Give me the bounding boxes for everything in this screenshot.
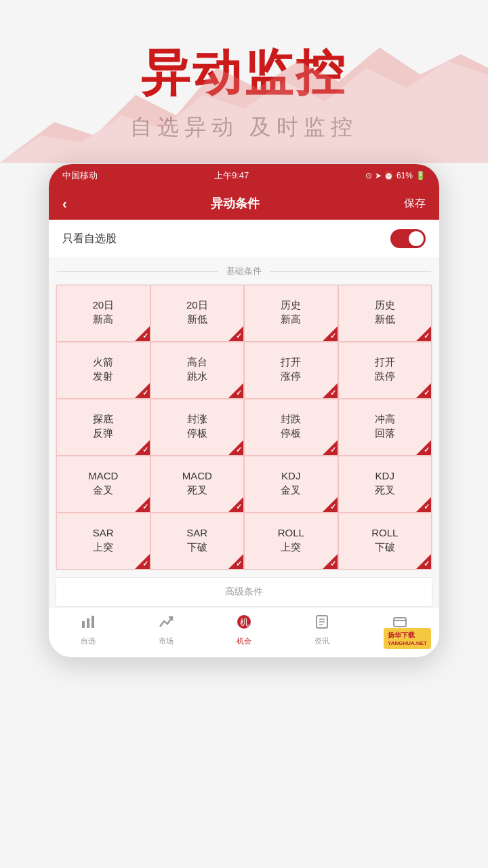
conditions-grid: 20日新高✓20日新低✓历史新高✓历史新低✓火箭发射✓高台跳水✓打开涨停✓打开跌…	[56, 284, 432, 570]
grid-item-12[interactable]: MACD金叉✓	[56, 456, 150, 513]
grid-item-11[interactable]: 冲高回落✓	[338, 399, 432, 456]
grid-item-8[interactable]: 探底反弹✓	[56, 399, 150, 456]
grid-item-13[interactable]: MACD死叉✓	[150, 456, 245, 513]
tab-label-资讯: 资讯	[314, 636, 329, 646]
svg-text:机: 机	[240, 617, 249, 627]
svg-rect-3	[87, 618, 89, 628]
news-icon	[314, 614, 329, 633]
phone-frame: 中国移动 上午9:47 ⊙ ➤ ⏰ 61% 🔋 ‹ 异动条件 保存 只看自选股 …	[47, 163, 441, 658]
grid-item-2[interactable]: 历史新高✓	[244, 285, 338, 342]
grid-item-19[interactable]: ROLL下破✓	[338, 513, 432, 570]
save-button[interactable]: 保存	[404, 197, 426, 211]
tab-资讯[interactable]: 资讯	[283, 614, 361, 646]
tab-bar: 自选市场机机会资讯交易	[49, 607, 439, 657]
battery: ⊙ ➤ ⏰ 61% 🔋	[365, 171, 426, 180]
grid-item-14[interactable]: KDJ金叉✓	[244, 456, 338, 513]
filter-label: 只看自选股	[62, 232, 117, 246]
grid-item-5[interactable]: 高台跳水✓	[150, 342, 245, 399]
filter-row: 只看自选股	[49, 220, 439, 258]
grid-item-18[interactable]: ROLL上突✓	[244, 513, 338, 570]
tab-自选[interactable]: 自选	[49, 614, 127, 646]
grid-item-3[interactable]: 历史新低✓	[338, 285, 432, 342]
banner-section: 异动监控 自选异动 及时监控	[0, 0, 488, 163]
back-button[interactable]: ‹	[62, 196, 67, 212]
fire-icon: 机	[237, 614, 251, 633]
grid-item-10[interactable]: 封跌停板✓	[244, 399, 338, 456]
svg-rect-2	[82, 621, 85, 628]
grid-item-7[interactable]: 打开跌停✓	[338, 342, 432, 399]
tab-label-机会: 机会	[237, 636, 251, 646]
page-title: 异动条件	[211, 195, 260, 212]
time: 上午9:47	[214, 170, 249, 182]
carrier: 中国移动	[62, 170, 98, 182]
grid-item-15[interactable]: KDJ死叉✓	[338, 456, 432, 513]
grid-item-6[interactable]: 打开涨停✓	[244, 342, 338, 399]
grid-item-0[interactable]: 20日新高✓	[56, 285, 150, 342]
trend-up-icon	[159, 614, 174, 633]
svg-rect-4	[92, 616, 94, 628]
watermark: 扬华下载 YANGHUA.NET	[384, 628, 431, 649]
grid-item-1[interactable]: 20日新低✓	[150, 285, 245, 342]
content-area: 只看自选股 基础条件 20日新高✓20日新低✓历史新高✓历史新低✓火箭发射✓高台…	[49, 220, 439, 607]
tab-label-市场: 市场	[159, 636, 174, 646]
grid-item-16[interactable]: SAR上突✓	[56, 513, 150, 570]
tab-label-自选: 自选	[81, 636, 96, 646]
watchlist-toggle[interactable]	[390, 229, 426, 248]
tab-机会[interactable]: 机机会	[205, 614, 283, 646]
basic-section-label: 基础条件	[49, 258, 439, 284]
status-bar: 中国移动 上午9:47 ⊙ ➤ ⏰ 61% 🔋	[49, 164, 439, 187]
bar-chart-icon	[81, 614, 96, 633]
tab-市场[interactable]: 市场	[127, 614, 205, 646]
nav-bar: ‹ 异动条件 保存	[49, 187, 439, 220]
svg-rect-11	[394, 618, 406, 627]
grid-item-9[interactable]: 封涨停板✓	[150, 399, 245, 456]
grid-item-4[interactable]: 火箭发射✓	[56, 342, 150, 399]
grid-item-17[interactable]: SAR下破✓	[150, 513, 245, 570]
advanced-section-label: 高级条件	[56, 577, 432, 607]
